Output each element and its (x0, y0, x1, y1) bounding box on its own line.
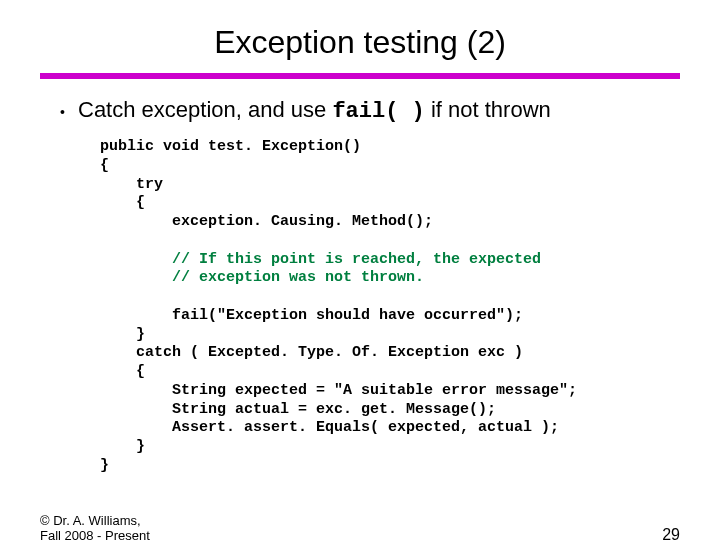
page-number: 29 (662, 526, 680, 540)
bullet-icon: • (60, 101, 78, 123)
bullet-text: Catch exception, and use fail( ) if not … (78, 97, 551, 124)
footer-author: © Dr. A. Williams, Fall 2008 - Present (40, 513, 150, 540)
bullet-item: • Catch exception, and use fail( ) if no… (60, 97, 720, 124)
title-divider (40, 73, 680, 79)
slide-title: Exception testing (2) (0, 24, 720, 61)
slide: Exception testing (2) • Catch exception,… (0, 24, 720, 540)
code-block: public void test. Exception() { try { ex… (100, 138, 720, 476)
